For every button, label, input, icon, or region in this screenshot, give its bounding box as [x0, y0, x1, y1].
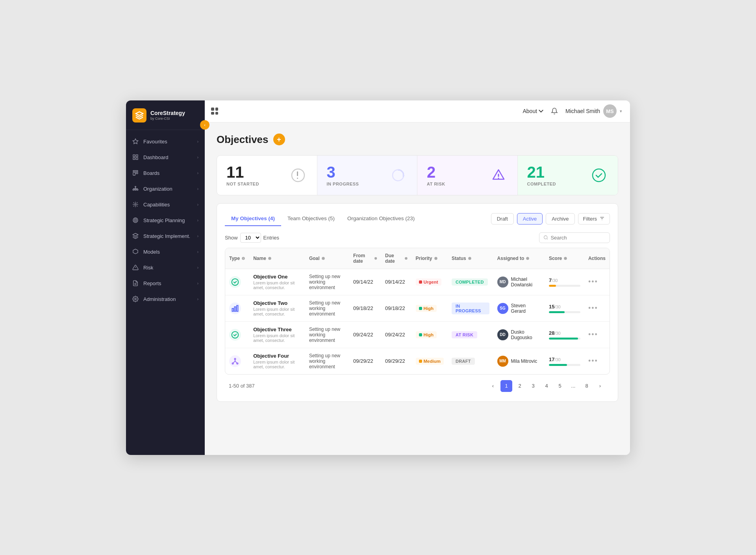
type-icon: [229, 276, 241, 288]
add-objective-btn[interactable]: +: [273, 134, 285, 145]
svg-point-8: [135, 186, 136, 187]
page-btn-1[interactable]: 1: [500, 380, 512, 392]
sidebar-item-models[interactable]: Models ›: [126, 244, 205, 260]
sidebar-item-risk[interactable]: Risk ›: [126, 260, 205, 276]
page-btn-4[interactable]: 4: [541, 380, 552, 392]
sidebar-collapse-btn[interactable]: ‹: [200, 120, 209, 130]
cell-due-date: 09/18/22: [381, 295, 411, 321]
page-btn-2[interactable]: 2: [514, 380, 526, 392]
sidebar-item-reports[interactable]: Reports ›: [126, 276, 205, 291]
col-due-date: Due date: [381, 248, 411, 269]
cell-name: Objective One Lorem ipsum dolor sit amet…: [249, 269, 305, 295]
dashboard-icon: [132, 154, 139, 161]
sidebar-item-boards[interactable]: Boards ›: [126, 165, 205, 181]
assigned-avatar: MD: [497, 277, 508, 288]
sidebar-logo: CoreStrategy by Core-CSI: [126, 100, 205, 130]
svg-rect-1: [133, 155, 135, 157]
col-goal: Goal: [305, 248, 349, 269]
page-btn-5[interactable]: 5: [554, 380, 566, 392]
user-menu[interactable]: Michael Smith MS ▾: [565, 104, 622, 118]
nav-arrow: ›: [197, 250, 198, 254]
tab-org-objectives[interactable]: Organization Objectives (23): [341, 212, 421, 226]
svg-point-41: [526, 257, 530, 260]
cell-from-date: 09/14/22: [349, 269, 381, 295]
stat-in-progress: 3 IN PROGRESS: [317, 156, 418, 195]
tab-my-objectives[interactable]: My Objectives (4): [225, 212, 281, 226]
user-caret: ▾: [620, 109, 622, 114]
cell-name: Objective Two Lorem ipsum dolor sit amet…: [249, 295, 305, 321]
obj-name: Objective Four: [253, 353, 301, 359]
stat-icon-completed: [589, 166, 608, 185]
filter-archive-btn[interactable]: Archive: [546, 213, 574, 225]
filter-draft-btn[interactable]: Draft: [491, 213, 514, 225]
stat-icon-not-started: [289, 166, 308, 185]
stat-completed: 21 COMPLETED: [518, 156, 618, 195]
score-bar: [549, 338, 580, 340]
stat-icon-in-progress: [389, 166, 408, 185]
tab-team-objectives[interactable]: Team Objectives (5): [281, 212, 341, 226]
administration-icon: [132, 296, 139, 303]
page-content: Objectives + 11 NOT STARTED: [205, 123, 630, 455]
sidebar-item-administration[interactable]: Administration ›: [126, 291, 205, 307]
sidebar-item-organization[interactable]: Organization ›: [126, 181, 205, 197]
stat-label-in-progress: IN PROGRESS: [327, 182, 359, 186]
entries-select[interactable]: 10 25 50: [240, 233, 261, 243]
cell-status: COMPLETED: [448, 269, 493, 295]
score-text: 17/30: [549, 356, 580, 362]
topbar: About Michael Smith MS ▾: [205, 100, 630, 123]
page-btn-8[interactable]: 8: [581, 380, 593, 392]
svg-rect-6: [133, 172, 135, 175]
cell-assigned: DD Dusko Dugousko: [493, 321, 545, 348]
sidebar-item-label: Risk: [143, 265, 153, 271]
actions-menu-btn[interactable]: •••: [588, 304, 606, 312]
svg-rect-9: [133, 189, 134, 190]
col-priority: Priority: [412, 248, 448, 269]
svg-point-43: [232, 278, 239, 285]
filter-active-btn[interactable]: Active: [517, 213, 543, 225]
cell-due-date: 09/29/22: [381, 348, 411, 374]
search-input[interactable]: [550, 235, 606, 241]
nav-arrow: ›: [197, 234, 198, 238]
show-entries: Show 10 25 50 Entries: [225, 233, 279, 243]
assigned-name: Dusko Dugousko: [511, 329, 541, 340]
cell-assigned: MM Mila Mitrovic: [493, 348, 545, 374]
svg-point-37: [374, 257, 377, 259]
search-box: [539, 232, 610, 243]
sidebar-item-favourites[interactable]: Favourites ›: [126, 134, 205, 150]
cell-type: [225, 269, 249, 295]
main-content: About Michael Smith MS ▾ Objectives +: [205, 100, 630, 455]
nav-arrow: ›: [197, 155, 198, 160]
col-actions: Actions: [584, 248, 610, 269]
next-page-btn[interactable]: ›: [594, 380, 606, 392]
score-text: 28/30: [549, 330, 580, 336]
svg-point-25: [393, 170, 404, 181]
actions-menu-btn[interactable]: •••: [588, 278, 606, 286]
star-icon: [132, 138, 139, 145]
filters-label: Filters: [583, 216, 597, 222]
cell-from-date: 09/18/22: [349, 295, 381, 321]
col-type: Type i: [225, 248, 249, 269]
obj-desc: Lorem ipsum dolor sit amet, consectur.: [253, 307, 301, 316]
svg-rect-27: [498, 178, 499, 179]
actions-menu-btn[interactable]: •••: [588, 330, 606, 339]
sidebar-item-strategic-implement[interactable]: Strategic Implement. ›: [126, 228, 205, 244]
actions-menu-btn[interactable]: •••: [588, 357, 606, 365]
stat-icon-at-risk: [489, 166, 508, 185]
page-btn-3[interactable]: 3: [527, 380, 539, 392]
cell-actions: •••: [584, 295, 610, 321]
sidebar-item-label: Capabilities: [143, 202, 170, 208]
svg-marker-0: [133, 139, 138, 144]
filters-btn[interactable]: Filters: [578, 213, 610, 225]
cell-actions: •••: [584, 321, 610, 348]
grid-icon[interactable]: [211, 108, 218, 115]
notifications-bell[interactable]: [548, 105, 561, 117]
about-menu[interactable]: About: [523, 108, 543, 114]
sidebar-item-label: Administration: [143, 296, 176, 302]
sidebar-item-capabilities[interactable]: Capabilities ›: [126, 197, 205, 213]
nav-arrow: ›: [197, 139, 198, 144]
prev-page-btn[interactable]: ‹: [487, 380, 499, 392]
sidebar-item-strategic-planning[interactable]: Strategic Planning ›: [126, 213, 205, 228]
sidebar-item-dashboard[interactable]: Dashboard ›: [126, 150, 205, 165]
table-row: Objective Four Lorem ipsum dolor sit ame…: [225, 348, 610, 374]
table-row: Objective One Lorem ipsum dolor sit amet…: [225, 269, 610, 295]
